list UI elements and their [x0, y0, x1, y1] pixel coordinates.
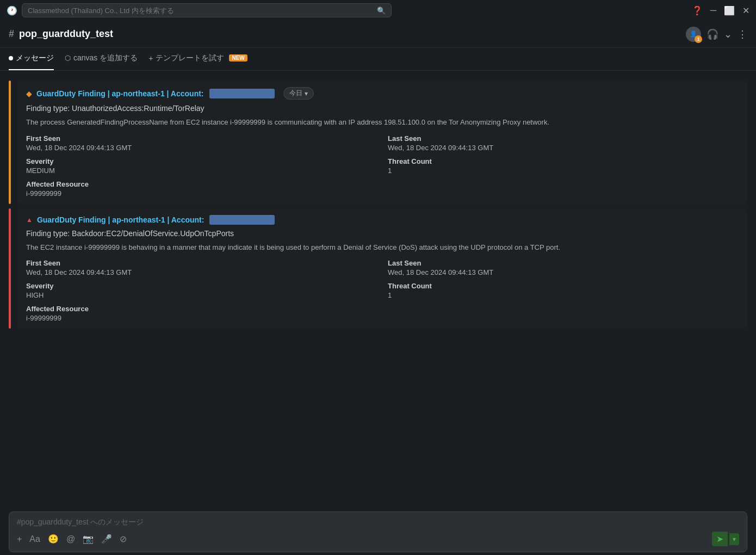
account-blur-1 — [209, 89, 275, 98]
chevron-down-small-icon: ▾ — [305, 90, 308, 97]
severity-label-1: Severity — [26, 157, 377, 165]
minimize-icon[interactable]: ─ — [710, 5, 716, 15]
tab-canvas[interactable]: ⬡ canvas を追加する — [65, 48, 138, 70]
triangle-icon: ▲ — [26, 216, 33, 224]
affected-resource-label-2: Affected Resource — [26, 305, 377, 313]
message-card-1: ◆ GuardDuty Finding | ap-northeast-1 | A… — [9, 81, 747, 204]
search-icon: 🔍 — [377, 7, 386, 15]
search-bar[interactable]: 🔍 — [22, 3, 392, 17]
messages-area: ◆ GuardDuty Finding | ap-northeast-1 | A… — [0, 71, 756, 506]
message-title-2: GuardDuty Finding | ap-northeast-1 | Acc… — [37, 215, 205, 224]
last-seen-section-2: Last Seen Wed, 18 Dec 2024 09:44:13 GMT — [388, 259, 739, 276]
last-seen-section-1: Last Seen Wed, 18 Dec 2024 09:44:13 GMT — [388, 134, 739, 152]
tabs-bar: メッセージ ⬡ canvas を追加する + テンプレートを試す NEW — [0, 48, 756, 71]
severity-value-2: HIGH — [26, 291, 377, 299]
message-header-2: ▲ GuardDuty Finding | ap-northeast-1 | A… — [26, 215, 739, 225]
severity-value-1: MEDIUM — [26, 166, 377, 175]
date-label-1: 今日 — [289, 89, 302, 98]
message-content-1: ◆ GuardDuty Finding | ap-northeast-1 | A… — [17, 81, 747, 204]
help-icon[interactable]: ❓ — [692, 5, 703, 16]
details-grid-1: First Seen Wed, 18 Dec 2024 09:44:13 GMT… — [26, 134, 739, 198]
details-grid-2: First Seen Wed, 18 Dec 2024 09:44:13 GMT… — [26, 259, 739, 322]
account-blur-2 — [209, 215, 275, 225]
message-card-2: ▲ GuardDuty Finding | ap-northeast-1 | A… — [9, 208, 747, 329]
channel-title: # pop_guardduty_test — [9, 28, 113, 40]
titlebar-actions: ❓ ─ ⬜ ✕ — [692, 5, 749, 16]
message-title-1: GuardDuty Finding | ap-northeast-1 | Acc… — [36, 89, 204, 98]
avatar-badge: 1 — [695, 35, 702, 43]
threat-count-section-1: Threat Count 1 — [388, 157, 739, 175]
send-group: ➤ ▾ — [712, 532, 739, 546]
slash-command-icon[interactable]: ⊘ — [120, 534, 127, 544]
tab-dot-icon — [9, 56, 13, 60]
search-input[interactable] — [28, 7, 374, 15]
tab-messages[interactable]: メッセージ — [9, 48, 54, 70]
threat-count-label-2: Threat Count — [388, 282, 739, 290]
threat-count-value-1: 1 — [388, 166, 739, 175]
first-seen-value-1: Wed, 18 Dec 2024 09:44:13 GMT — [26, 144, 377, 152]
last-seen-value-2: Wed, 18 Dec 2024 09:44:13 GMT — [388, 268, 739, 276]
tab-template[interactable]: + テンプレートを試す NEW — [148, 48, 247, 70]
last-seen-value-1: Wed, 18 Dec 2024 09:44:13 GMT — [388, 144, 739, 152]
tab-canvas-label: canvas を追加する — [73, 53, 138, 63]
date-badge-1[interactable]: 今日 ▾ — [283, 87, 314, 100]
affected-resource-value-2: i-99999999 — [26, 314, 377, 322]
canvas-icon: ⬡ — [65, 54, 71, 62]
channel-header: # pop_guardduty_test 👤 1 🎧 ⌄ ⋮ — [0, 21, 756, 48]
text-format-icon[interactable]: Aa — [29, 534, 40, 544]
finding-desc-1: The process GeneratedFindingProcessName … — [26, 117, 739, 128]
first-seen-label-1: First Seen — [26, 134, 377, 143]
threat-count-label-1: Threat Count — [388, 157, 739, 165]
input-placeholder: #pop_guardduty_test へのメッセージ — [17, 517, 739, 527]
maximize-icon[interactable]: ⬜ — [724, 5, 735, 16]
affected-resource-label-1: Affected Resource — [26, 180, 377, 188]
input-toolbar: + Aa 🙂 @ 📷 🎤 ⊘ ➤ ▾ — [17, 532, 739, 546]
mention-icon[interactable]: @ — [66, 534, 75, 544]
channel-name: pop_guardduty_test — [19, 28, 113, 39]
first-seen-label-2: First Seen — [26, 259, 377, 267]
message-content-2: ▲ GuardDuty Finding | ap-northeast-1 | A… — [17, 208, 747, 329]
hash-icon: # — [9, 28, 14, 39]
microphone-icon[interactable]: 🎤 — [101, 534, 112, 544]
channel-header-right: 👤 1 🎧 ⌄ ⋮ — [686, 27, 747, 42]
affected-resource-section-1: Affected Resource i-99999999 — [26, 180, 377, 198]
close-icon[interactable]: ✕ — [742, 5, 749, 16]
message-border-orange — [9, 81, 11, 204]
severity-section-1: Severity MEDIUM — [26, 157, 377, 175]
headphone-icon[interactable]: 🎧 — [707, 28, 718, 40]
affected-resource-section-2: Affected Resource i-99999999 — [26, 305, 377, 322]
diamond-icon: ◆ — [26, 89, 32, 98]
finding-desc-2: The EC2 instance i-99999999 is behaving … — [26, 242, 739, 253]
plus-icon: + — [148, 54, 153, 63]
message-border-red — [9, 208, 11, 329]
finding-type-1: Finding type: UnauthorizedAccess:Runtime… — [26, 104, 739, 113]
last-seen-label-2: Last Seen — [388, 259, 739, 267]
threat-count-value-2: 1 — [388, 291, 739, 299]
avatar[interactable]: 👤 1 — [686, 27, 701, 42]
send-button[interactable]: ➤ — [712, 532, 728, 546]
input-box[interactable]: #pop_guardduty_test へのメッセージ + Aa 🙂 @ 📷 🎤… — [9, 511, 747, 552]
more-options-icon[interactable]: ⋮ — [738, 28, 747, 40]
input-area: #pop_guardduty_test へのメッセージ + Aa 🙂 @ 📷 🎤… — [0, 506, 756, 555]
titlebar: 🕐 🔍 ❓ ─ ⬜ ✕ — [0, 0, 756, 21]
threat-count-section-2: Threat Count 1 — [388, 282, 739, 299]
send-dropdown-button[interactable]: ▾ — [729, 533, 739, 545]
chevron-down-icon[interactable]: ⌄ — [724, 28, 732, 40]
add-icon[interactable]: + — [17, 534, 22, 544]
finding-type-2: Finding type: Backdoor:EC2/DenialOfServi… — [26, 229, 739, 238]
first-seen-value-2: Wed, 18 Dec 2024 09:44:13 GMT — [26, 268, 377, 276]
message-header-1: ◆ GuardDuty Finding | ap-northeast-1 | A… — [26, 87, 739, 100]
first-seen-section-2: First Seen Wed, 18 Dec 2024 09:44:13 GMT — [26, 259, 377, 276]
emoji-icon[interactable]: 🙂 — [48, 534, 59, 544]
last-seen-label-1: Last Seen — [388, 134, 739, 143]
new-badge: NEW — [229, 54, 247, 61]
tab-messages-label: メッセージ — [16, 53, 54, 63]
affected-resource-value-1: i-99999999 — [26, 189, 377, 198]
severity-label-2: Severity — [26, 282, 377, 290]
camera-icon[interactable]: 📷 — [83, 534, 94, 544]
severity-section-2: Severity HIGH — [26, 282, 377, 299]
clock-icon: 🕐 — [7, 5, 17, 16]
first-seen-section-1: First Seen Wed, 18 Dec 2024 09:44:13 GMT — [26, 134, 377, 152]
tab-template-label: テンプレートを試す — [156, 53, 224, 63]
